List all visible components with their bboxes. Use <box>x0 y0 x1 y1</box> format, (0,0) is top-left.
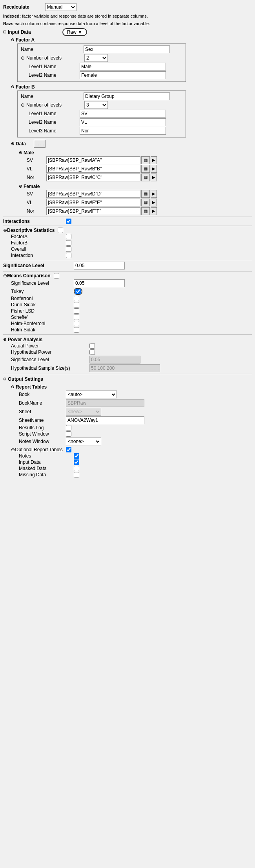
results-log-checkbox[interactable] <box>66 425 71 430</box>
factor-a-levels-select[interactable]: 2134 <box>84 54 108 62</box>
factor-b-desc-checkbox[interactable] <box>66 240 71 246</box>
means-sig-level-label: Significance Level <box>11 280 74 286</box>
female-sv-row: SV ▦ ▶ <box>27 190 252 198</box>
input-data-collapse[interactable]: ⊟ <box>3 30 6 34</box>
desc-stats-collapse[interactable]: ⊝ <box>3 228 7 233</box>
bonferroni-checkbox[interactable] <box>74 296 79 301</box>
sheet-label: Sheet <box>19 409 66 414</box>
power-sig-level-input[interactable] <box>89 356 140 363</box>
actual-power-checkbox[interactable] <box>89 343 95 349</box>
script-window-checkbox[interactable] <box>66 431 71 437</box>
holm-sidak-checkbox[interactable] <box>74 327 79 333</box>
male-collapse[interactable]: ⊝ <box>19 150 22 155</box>
male-vl-input[interactable] <box>46 165 140 173</box>
recalculate-select[interactable]: Manual Auto <box>45 3 76 11</box>
male-sv-arrow-btn[interactable]: ▶ <box>151 156 157 164</box>
missing-data-row: Missing Data <box>19 472 252 477</box>
notes-checkbox[interactable] <box>74 453 79 459</box>
female-sv-label: SV <box>27 191 46 197</box>
holm-bonferroni-checkbox[interactable] <box>74 321 79 326</box>
male-nor-arrow-btn[interactable]: ▶ <box>151 174 157 181</box>
female-vl-spreadsheet-btn[interactable]: ▦ <box>141 199 150 206</box>
factor-a-levels-row: ⊝ Number of levels 2134 <box>21 54 182 62</box>
input-data-check-row: Input Data <box>19 459 252 465</box>
report-tables-header: ⊝ Report Tables <box>11 384 252 390</box>
interaction-desc-label: Interaction <box>11 253 66 258</box>
missing-data-label: Missing Data <box>19 472 74 477</box>
descriptive-stats-checkbox[interactable] <box>58 228 63 233</box>
input-data-check-checkbox[interactable] <box>74 459 79 465</box>
report-tables-collapse[interactable]: ⊝ <box>11 385 14 389</box>
female-vl-input[interactable] <box>46 199 140 206</box>
bonferroni-row: Bonferroni <box>11 296 252 301</box>
data-label: Data <box>16 141 26 146</box>
female-sv-spreadsheet-btn[interactable]: ▦ <box>141 190 150 198</box>
female-nor-input[interactable] <box>46 207 140 215</box>
fisher-lsd-checkbox[interactable] <box>74 308 79 314</box>
female-sv-arrow-btn[interactable]: ▶ <box>151 190 157 198</box>
hypothetical-power-checkbox[interactable] <box>89 349 95 355</box>
sheet-select[interactable]: <new> Current <box>66 408 101 416</box>
male-sv-spreadsheet-btn[interactable]: ▦ <box>141 156 150 164</box>
means-comparison-row: ⊝ Means Comparison <box>3 273 252 278</box>
factor-a-level1-input[interactable] <box>80 63 166 71</box>
tukey-checkbox[interactable] <box>75 289 81 294</box>
factor-a-desc-checkbox[interactable] <box>66 234 71 239</box>
factor-b-name-input[interactable] <box>84 92 170 100</box>
data-collapse[interactable]: ⊝ <box>11 141 14 146</box>
input-data-mode[interactable]: Raw ▼ <box>62 28 87 36</box>
factor-b-level1-input[interactable] <box>80 110 166 118</box>
overall-desc-checkbox[interactable] <box>66 246 71 252</box>
means-comp-collapse[interactable]: ⊝ <box>3 273 7 278</box>
male-nor-spreadsheet-btn[interactable]: ▦ <box>141 174 150 181</box>
masked-data-checkbox[interactable] <box>74 466 79 471</box>
output-settings-collapse[interactable]: ⊝ <box>3 377 6 381</box>
hyp-sample-input[interactable] <box>89 364 160 372</box>
factor-a-level2-input[interactable] <box>80 71 166 79</box>
sheet-name-input[interactable] <box>66 416 144 424</box>
book-row: Book <auto> New Book <box>19 391 252 398</box>
means-comparison-checkbox[interactable] <box>54 273 59 278</box>
optional-tables-checkbox[interactable] <box>66 447 71 452</box>
factor-b-level2-row: Level2 Name <box>29 118 182 126</box>
book-name-input[interactable] <box>66 399 144 407</box>
means-sig-level-input[interactable] <box>74 279 125 287</box>
female-nor-spreadsheet-btn[interactable]: ▦ <box>141 207 150 215</box>
factor-b-collapse[interactable]: ⊝ <box>11 85 14 89</box>
notes-window-select[interactable]: <none> New <box>66 438 101 445</box>
interaction-desc-checkbox[interactable] <box>66 253 71 258</box>
results-log-row: Results Log <box>19 425 252 430</box>
factor-b-levels-select[interactable]: 3124 <box>84 101 108 109</box>
factor-b-level2-input[interactable] <box>80 118 166 126</box>
sig-level-input[interactable] <box>74 262 125 269</box>
female-sv-input[interactable] <box>46 190 140 198</box>
factor-a-collapse[interactable]: ⊝ <box>11 38 14 42</box>
scheffe-checkbox[interactable] <box>74 315 79 320</box>
female-collapse[interactable]: ⊝ <box>19 184 22 188</box>
book-select[interactable]: <auto> New Book <box>66 391 117 398</box>
interactions-checkbox[interactable] <box>66 219 71 224</box>
sheet-name-row: SheetName <box>19 416 252 424</box>
missing-data-checkbox[interactable] <box>74 472 79 477</box>
factor-b-level3-input[interactable] <box>80 127 166 135</box>
female-nor-arrow-btn[interactable]: ▶ <box>151 207 157 215</box>
power-analysis-collapse[interactable]: ⊝ <box>3 337 6 342</box>
optional-tables-collapse[interactable]: ⊝ <box>11 447 15 452</box>
female-vl-arrow-btn[interactable]: ▶ <box>151 199 157 206</box>
male-vl-arrow-btn[interactable]: ▶ <box>151 165 157 173</box>
male-sv-input[interactable] <box>46 156 140 164</box>
power-analysis-content: Actual Power Hypothetical Power Signific… <box>11 343 252 372</box>
fisher-lsd-row: Fisher LSD <box>11 308 252 314</box>
data-ellipsis-button[interactable]: . . . . <box>34 140 46 148</box>
factor-a-levels-collapse[interactable]: ⊝ <box>21 55 25 61</box>
male-vl-spreadsheet-btn[interactable]: ▦ <box>141 165 150 173</box>
tukey-row: Tukey <box>11 288 252 295</box>
factor-a-name-input[interactable] <box>84 45 170 53</box>
dunn-sidak-checkbox[interactable] <box>74 302 79 307</box>
factor-b-levels-collapse[interactable]: ⊝ <box>21 102 25 108</box>
male-nor-label: Nor <box>27 175 46 180</box>
male-nor-input[interactable] <box>46 174 140 181</box>
sig-level-label: Significance Level <box>3 263 74 268</box>
factor-a-name-row: Name <box>21 45 182 53</box>
tukey-checkbox-circle[interactable] <box>74 288 82 295</box>
